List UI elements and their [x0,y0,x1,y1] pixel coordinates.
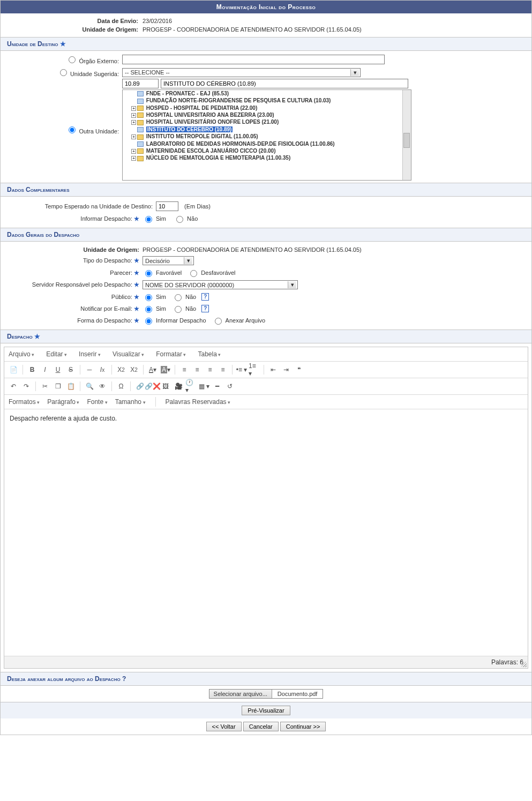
image-icon[interactable]: 🖼 [160,380,171,392]
informar-sim-radio[interactable] [145,216,152,223]
undo-icon[interactable]: ↶ [8,380,19,392]
editor-menu-editar[interactable]: Editar [46,350,67,358]
editor-format-parágrafo[interactable]: Parágrafo [47,398,79,406]
tempo-input[interactable] [156,201,178,211]
voltar-button[interactable]: << Voltar [206,722,242,731]
align-justify-icon[interactable]: ≡ [217,364,229,376]
unidade-sugerida-radio[interactable] [60,69,67,76]
link-icon[interactable]: 🔗 [134,380,146,392]
number-list-icon[interactable]: 1≡ ▾ [249,364,260,376]
publico-sim-radio[interactable] [145,294,152,301]
datetime-icon[interactable]: 🕐 ▾ [185,380,197,392]
strike-icon[interactable]: S [65,364,77,376]
redo-icon[interactable]: ↷ [20,380,32,392]
paste-icon[interactable]: 📋 [65,380,77,392]
table-icon[interactable]: ▦ ▾ [198,380,210,392]
hr-icon[interactable]: ─ [84,364,95,376]
copy-icon[interactable]: ❐ [52,380,64,392]
section-dados-complementares: Dados Complementares [1,183,531,197]
unidade-code-input[interactable] [122,79,159,88]
tree-node[interactable]: + NÚCLEO DE HEMATOLOGIA E HEMOTERAPIA (1… [131,154,411,161]
underline-icon[interactable]: U [52,364,64,376]
cancelar-button[interactable]: Cancelar [243,722,279,731]
tree-node[interactable]: + HOSPITAL UNIVERSITÁRIO ONOFRE LOPES (2… [131,118,411,125]
outdent-icon[interactable]: ⇤ [267,364,279,376]
bullet-list-icon[interactable]: •≡ ▾ [236,364,248,376]
tree-node[interactable]: + MATERNIDADE ESCOLA JANUÁRIO CICCO (20.… [131,147,411,154]
unlink-icon[interactable]: 🔗❌ [147,380,159,392]
forma-label: Forma do Despacho: [77,317,132,324]
superscript-icon[interactable]: X2 [128,364,140,376]
notificar-nao-radio[interactable] [175,306,182,313]
tree-node[interactable]: INSTITUTO DO CÉREBRO (10.89) [131,126,411,133]
tree-node[interactable]: FNDE - PRONATEC - EAJ (85.53) [131,90,411,97]
tree-node[interactable]: + HOSPITAL UNIVERSITARIO ANA BEZERRA (23… [131,111,411,118]
forma-informar-radio[interactable] [145,318,152,325]
editor-content[interactable]: Despacho referente a ajuda de custo. [4,409,528,656]
restore-icon[interactable]: ↺ [224,380,236,392]
cut-icon[interactable]: ✂ [39,380,51,392]
scrollbar[interactable] [402,90,411,180]
orgao-externo-input[interactable] [122,55,385,64]
align-right-icon[interactable]: ≡ [204,364,216,376]
unidade-sugerida-select[interactable]: -- SELECIONE --▾ [122,68,361,77]
tempo-label: Tempo Esperado na Unidade de Destino: [1,203,156,209]
align-left-icon[interactable]: ≡ [178,364,190,376]
editor-menu-arquivo[interactable]: Arquivo [9,350,34,358]
bg-color-icon[interactable]: A ▾ [160,364,171,376]
unidade-tree[interactable]: FNDE - PRONATEC - EAJ (85.53) FUNDAÇÃO N… [122,89,411,181]
preview-button[interactable]: Pré-Visualizar [242,706,290,715]
informar-nao-radio[interactable] [176,216,183,223]
special-char-icon[interactable]: Ω [115,380,127,392]
help-icon[interactable]: ? [201,305,209,312]
clear-format-icon[interactable]: Ix [96,364,108,376]
editor-menu-visualizar[interactable]: Visualizar [113,350,144,358]
subscript-icon[interactable]: X2 [115,364,127,376]
find-icon[interactable]: 🔍 [84,380,95,392]
text-color-icon[interactable]: A ▾ [147,364,159,376]
editor-menu-formatar[interactable]: Formatar [156,350,186,358]
editor-format-formatos[interactable]: Formatos [9,398,40,406]
blockquote-icon[interactable]: ❝ [293,364,305,376]
help-icon[interactable]: ? [201,293,209,301]
desfavoravel-radio[interactable] [190,270,197,277]
orgao-externo-radio[interactable] [69,56,76,63]
favoravel-radio[interactable] [145,270,152,277]
align-center-icon[interactable]: ≡ [191,364,203,376]
editor-format-fonte[interactable]: Fonte [87,398,107,406]
media-icon[interactable]: 🎥 [173,380,184,392]
italic-icon[interactable]: I [39,364,51,376]
preview-icon[interactable]: 👁 [96,380,108,392]
editor-format-tamanho[interactable]: Tamanho [115,398,146,406]
bold-icon[interactable]: B [26,364,38,376]
resize-grip-icon[interactable] [521,662,527,667]
informar-despacho-label: Informar Despacho: [80,215,132,222]
publico-nao-radio[interactable] [175,294,182,301]
editor-status: Palavras: 6 [4,656,528,668]
forma-anexar-radio[interactable] [215,318,222,325]
servidor-label: Servidor Responsável pelo Despacho: [32,281,132,288]
page-title: Movimentação Inicial do Processo [1,1,531,13]
tipo-select[interactable]: Decisório▾ [143,256,194,265]
tree-node[interactable]: LABORATORIO DE MEDIDAS HORMONAIS-DEP.DE … [131,140,411,147]
tree-node[interactable]: FUNDAÇÃO NORTE-RIOGRANDENSE DE PESQUISA … [131,97,411,104]
continuar-button[interactable]: Continuar >> [280,722,326,731]
rich-text-editor: ArquivoEditarInserirVisualizarFormatarTa… [4,347,528,669]
tree-node[interactable]: + HOSPED - HOSPITAL DE PEDIATRIA (22.00) [131,104,411,111]
notificar-label: Notificar por E-mail: [80,305,132,312]
editor-menu-inserir[interactable]: Inserir [79,350,101,358]
editor-reserved-words[interactable]: Palavras Reservadas [166,398,231,406]
unidade-name-input[interactable] [161,79,408,88]
servidor-select[interactable]: NOME DO SERVIDOR (0000000)▾ [143,280,298,289]
section-unidade-destino: Unidade de Destino ★ [1,37,531,51]
tree-node[interactable]: + INSTITUTO METROPOLE DIGITAL (11.00.05) [131,133,411,140]
notificar-sim-radio[interactable] [145,306,152,313]
editor-menu-tabela[interactable]: Tabela [198,350,221,358]
new-doc-icon[interactable]: 📄 [8,364,19,376]
indent-icon[interactable]: ⇥ [280,364,292,376]
pagebreak-icon[interactable]: ━ [211,380,223,392]
section-despacho: Despacho ★ [1,330,531,343]
parecer-label: Parecer: [110,270,132,276]
outra-unidade-radio[interactable] [69,126,76,133]
file-select-button[interactable]: Selecionar arquivo... [209,690,272,698]
